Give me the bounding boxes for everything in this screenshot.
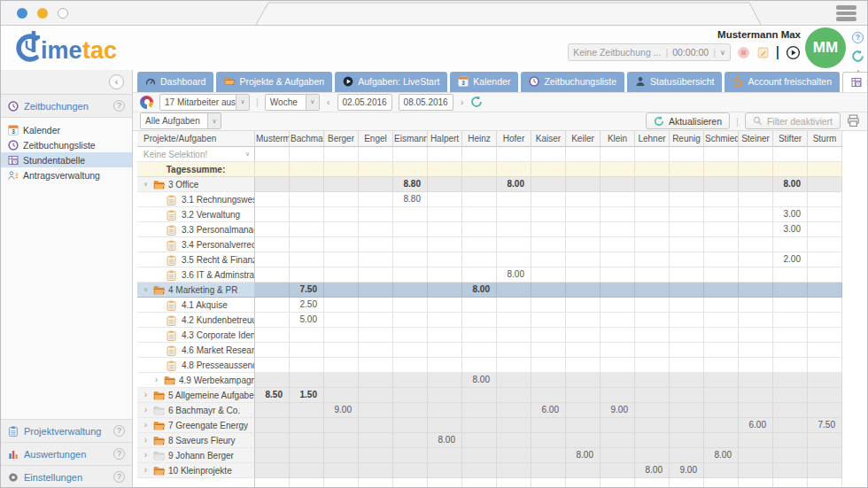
hours-cell[interactable] — [531, 237, 566, 252]
hours-cell[interactable] — [531, 418, 566, 433]
window-control-icon[interactable] — [17, 8, 27, 19]
hours-cell[interactable] — [566, 328, 601, 343]
hours-cell[interactable] — [255, 433, 290, 448]
hours-cell[interactable] — [359, 433, 393, 448]
window-control-icon[interactable] — [58, 8, 68, 19]
hours-cell[interactable] — [324, 433, 359, 448]
hours-cell[interactable] — [635, 358, 670, 373]
hours-cell[interactable] — [462, 222, 497, 237]
hours-cell[interactable] — [497, 252, 531, 267]
hours-cell[interactable]: 8.00 — [635, 463, 670, 478]
hours-cell[interactable] — [635, 433, 670, 448]
row-4-8-presseaussendungen[interactable]: 4.8 Presseaussendungen — [137, 358, 255, 373]
hours-cell[interactable] — [670, 192, 704, 207]
hours-cell[interactable] — [635, 177, 670, 192]
sidebar-item-zeitbuchungsliste[interactable]: Zeitbuchungsliste — [1, 137, 132, 152]
hours-cell[interactable]: 9.00 — [670, 463, 704, 478]
hours-cell[interactable] — [428, 328, 462, 343]
hours-cell[interactable] — [428, 358, 462, 373]
hours-cell[interactable] — [393, 373, 428, 388]
date-from-input[interactable]: 02.05.2016 — [337, 94, 392, 111]
hours-cell[interactable] — [739, 373, 773, 388]
hours-cell[interactable] — [739, 403, 773, 418]
hours-cell[interactable] — [324, 418, 359, 433]
hours-cell[interactable] — [601, 388, 635, 403]
hours-cell[interactable] — [635, 298, 670, 313]
tab-statusübersicht[interactable]: Statusübersicht — [627, 72, 722, 92]
hours-cell[interactable]: 8.00 — [497, 177, 531, 192]
hours-cell[interactable] — [462, 267, 497, 283]
hours-cell[interactable] — [531, 252, 566, 267]
refresh-button[interactable]: Aktualisieren — [646, 112, 730, 129]
hours-cell[interactable] — [497, 313, 531, 328]
hours-cell[interactable] — [670, 298, 704, 313]
hours-cell[interactable] — [497, 388, 531, 403]
hours-cell[interactable] — [704, 177, 739, 192]
hours-cell[interactable]: 8.00 — [566, 448, 601, 463]
hours-cell[interactable] — [704, 192, 739, 207]
hours-cell[interactable] — [635, 373, 670, 388]
hours-cell[interactable] — [255, 343, 290, 358]
hours-cell[interactable] — [462, 418, 497, 433]
hours-cell[interactable] — [601, 463, 635, 478]
hours-cell[interactable] — [601, 192, 635, 207]
tab-zeitbuchungsliste[interactable]: Zeitbuchungsliste — [521, 72, 624, 92]
hours-cell[interactable] — [290, 358, 324, 373]
hours-cell[interactable] — [255, 313, 290, 328]
row-4-9-werbekampagnen[interactable]: ›4.9 Werbekampagnen — [137, 373, 255, 388]
hours-cell[interactable] — [670, 328, 704, 343]
hours-cell[interactable] — [324, 267, 359, 283]
filter-cell[interactable] — [255, 147, 290, 162]
row-9-johann-berger[interactable]: ›9 Johann Berger — [137, 448, 255, 463]
hours-cell[interactable] — [290, 267, 324, 283]
hours-cell[interactable] — [531, 222, 566, 237]
filter-cell[interactable] — [670, 147, 704, 162]
sidebar-section-einstellungen[interactable]: Einstellungen ? — [1, 466, 132, 488]
hours-cell[interactable] — [359, 222, 393, 237]
tab-stundentabelle[interactable]: Stundentabelle× — [842, 72, 868, 92]
hours-cell[interactable] — [462, 177, 497, 192]
hours-cell[interactable] — [531, 448, 566, 463]
hours-cell[interactable] — [704, 463, 739, 478]
hours-cell[interactable] — [497, 448, 531, 463]
filter-cell[interactable] — [497, 147, 531, 162]
hours-cell[interactable] — [531, 192, 566, 207]
hours-cell[interactable] — [808, 237, 842, 252]
hours-cell[interactable] — [324, 373, 359, 388]
hours-cell[interactable] — [393, 418, 428, 433]
hours-cell[interactable] — [255, 283, 290, 298]
selection-dropdown[interactable]: Keine Selektion!∨ — [137, 147, 255, 162]
hours-cell[interactable] — [290, 177, 324, 192]
hours-cell[interactable] — [497, 418, 531, 433]
next-period-icon[interactable]: › — [460, 97, 465, 107]
hours-cell[interactable] — [393, 343, 428, 358]
hours-cell[interactable] — [808, 222, 842, 237]
hours-cell[interactable] — [324, 207, 359, 222]
hours-cell[interactable] — [290, 207, 324, 222]
hours-cell[interactable] — [428, 237, 462, 252]
hours-cell[interactable] — [255, 448, 290, 463]
row-6-bachmayr-co[interactable]: ›6 Bachmayr & Co. — [137, 403, 255, 418]
hours-cell[interactable]: 8.80 — [393, 192, 428, 207]
hours-cell[interactable]: 8.80 — [393, 177, 428, 192]
hours-cell[interactable] — [808, 343, 842, 358]
employee-filter-select[interactable]: 17 Mitarbeiter aus ∨ — [159, 94, 250, 111]
hours-cell[interactable] — [290, 252, 324, 267]
hours-cell[interactable] — [808, 313, 842, 328]
hours-cell[interactable] — [635, 418, 670, 433]
hours-cell[interactable] — [428, 252, 462, 267]
hours-cell[interactable] — [462, 463, 497, 478]
period-select[interactable]: Woche ∨ — [265, 94, 320, 111]
hours-cell[interactable] — [739, 343, 773, 358]
hours-cell[interactable] — [393, 222, 428, 237]
hours-cell[interactable] — [773, 237, 808, 252]
hours-cell[interactable] — [462, 343, 497, 358]
hours-cell[interactable] — [635, 313, 670, 328]
filter-cell[interactable] — [808, 147, 842, 162]
hours-cell[interactable] — [462, 403, 497, 418]
hours-cell[interactable] — [773, 403, 808, 418]
hours-cell[interactable] — [531, 313, 566, 328]
hours-cell[interactable] — [635, 192, 670, 207]
hours-cell[interactable] — [808, 328, 842, 343]
row-3-office[interactable]: ∨3 Office — [137, 177, 255, 192]
